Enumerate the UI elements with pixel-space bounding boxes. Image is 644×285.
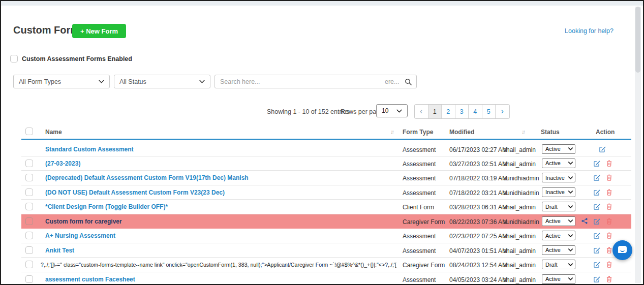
chevron-down-icon — [99, 80, 104, 83]
edit-icon[interactable] — [594, 174, 600, 181]
edit-icon[interactable] — [594, 276, 600, 282]
pagination-page-4[interactable]: 4 — [469, 105, 482, 118]
delete-icon[interactable] — [606, 261, 612, 268]
row-checkbox[interactable] — [25, 188, 33, 196]
action-cell — [580, 218, 612, 225]
delete-icon[interactable] — [606, 232, 612, 239]
pagination-prev-icon[interactable]: ‹ — [415, 105, 428, 118]
status-select[interactable]: Inactive — [542, 173, 575, 182]
pagination-page-2[interactable]: 2 — [442, 105, 455, 118]
edit-icon[interactable] — [594, 160, 600, 167]
showing-entries-text: Showing 1 - 10 of 152 entries — [267, 108, 350, 115]
delete-icon[interactable] — [606, 247, 612, 254]
row-checkbox[interactable] — [25, 261, 33, 268]
edit-icon[interactable] — [594, 189, 600, 196]
pagination-page-3[interactable]: 3 — [455, 105, 469, 118]
form-type-cell: Assessment — [403, 189, 436, 197]
status-value: Active — [545, 160, 561, 166]
modified-date-cell: 07/18/2022 03:21 AM — [449, 189, 507, 197]
modified-date-cell: 08/22/2023 07:36 AM — [449, 218, 507, 226]
scrollbar-thumb[interactable] — [635, 7, 640, 73]
status-value: Draft — [545, 262, 558, 268]
form-name-link[interactable]: Ankit Test — [45, 247, 74, 254]
rows-per-page-select[interactable]: 10 — [376, 104, 408, 117]
table-row: Standard Custom AssessmentAssessment06/1… — [21, 142, 631, 156]
status-filter-select[interactable]: All Status — [114, 75, 210, 88]
chevron-down-icon — [568, 191, 573, 194]
pagination-page-5[interactable]: 5 — [482, 105, 496, 118]
form-type-cell: Caregiver Form — [403, 262, 445, 269]
row-checkbox[interactable] — [25, 174, 33, 181]
edit-icon[interactable] — [594, 261, 600, 268]
delete-icon[interactable] — [606, 160, 612, 167]
search-icon[interactable] — [405, 78, 412, 87]
pagination-next-icon[interactable]: › — [496, 105, 509, 118]
column-header-form-type: Form Type — [403, 129, 433, 136]
form-name-link[interactable]: (27-03-2023) — [45, 160, 80, 167]
action-cell — [580, 261, 612, 268]
column-header-modified[interactable]: Modified — [449, 129, 474, 136]
sort-icon[interactable]: ↓↑ — [522, 129, 524, 135]
status-select[interactable]: Active — [542, 144, 575, 154]
form-name-link[interactable]: (DO NOT USE) Default Assessment Custom F… — [45, 189, 225, 196]
action-cell — [580, 232, 612, 239]
status-select[interactable]: Active — [542, 159, 575, 168]
action-cell — [580, 160, 612, 167]
form-name-link[interactable]: (Deprecated) Default Assessment Custom F… — [45, 174, 249, 181]
edit-icon[interactable] — [594, 247, 600, 254]
vertical-scrollbar[interactable] — [635, 7, 641, 283]
status-select[interactable]: Active — [542, 231, 575, 240]
form-type-filter-select[interactable]: All Form Types — [13, 75, 110, 88]
form-type-cell: Assessment — [403, 175, 436, 182]
pagination: ‹ 1 2 3 4 5 › — [414, 104, 510, 119]
share-icon[interactable] — [581, 218, 588, 224]
status-select[interactable]: Active — [542, 216, 575, 226]
delete-icon[interactable] — [606, 189, 612, 196]
pagination-page-1[interactable]: 1 — [428, 105, 442, 118]
edit-icon[interactable] — [594, 232, 600, 239]
delete-icon[interactable] — [606, 276, 612, 282]
row-checkbox[interactable] — [25, 275, 33, 283]
form-name-link[interactable]: Standard Custom Assessment — [45, 146, 134, 153]
table-row: Custom form for caregiverCaregiver Form0… — [21, 214, 631, 229]
status-select[interactable]: Active — [542, 274, 575, 284]
table-row: (DO NOT USE) Default Assessment Custom F… — [21, 185, 631, 200]
action-cell — [580, 247, 612, 254]
status-select[interactable]: Draft — [542, 260, 575, 269]
row-checkbox[interactable] — [25, 217, 33, 225]
chevron-down-icon — [568, 162, 573, 165]
column-header-name[interactable]: Name — [45, 129, 62, 136]
modified-by-cell: sunidhiadmin — [503, 175, 539, 182]
form-name-link[interactable]: Custom form for caregiver — [45, 218, 122, 225]
status-select[interactable]: Active — [542, 245, 575, 255]
chat-launcher-button[interactable] — [612, 240, 632, 260]
status-select[interactable]: Draft — [542, 202, 575, 211]
form-name-link[interactable]: *Client Design Form (Toggle Builder OFF)… — [45, 203, 168, 210]
delete-icon[interactable] — [606, 174, 612, 181]
edit-icon[interactable] — [599, 146, 606, 152]
sort-icon[interactable]: ↓↑ — [390, 129, 393, 135]
delete-icon[interactable] — [606, 203, 612, 210]
modified-date-cell: 03/28/2023 06:31 AM — [449, 204, 507, 211]
row-checkbox[interactable] — [25, 246, 33, 254]
help-link[interactable]: Looking for help? — [565, 27, 614, 35]
edit-icon[interactable] — [594, 218, 600, 225]
select-all-checkbox[interactable] — [25, 128, 33, 135]
edit-icon[interactable] — [594, 203, 600, 210]
status-value: Draft — [545, 204, 558, 210]
form-name-link[interactable]: assessment custom Facesheet — [45, 276, 135, 283]
search-input[interactable] — [214, 75, 417, 88]
modified-by-cell: sunidhiadmin — [503, 189, 539, 197]
column-header-action: Action — [596, 129, 615, 136]
status-select[interactable]: Inactive — [542, 187, 575, 197]
delete-icon[interactable] — [606, 218, 612, 225]
row-checkbox[interactable] — [25, 232, 33, 239]
form-name-link[interactable]: A+ Nursing Assessment — [45, 232, 115, 239]
custom-assessment-enabled-checkbox[interactable] — [10, 55, 18, 62]
action-cell — [580, 174, 612, 181]
row-checkbox[interactable] — [25, 160, 33, 167]
action-cell — [580, 146, 612, 152]
new-form-button[interactable]: + New Form — [72, 24, 126, 38]
custom-assessment-enabled-label: Custom Assessment Forms Enabled — [22, 55, 132, 62]
row-checkbox[interactable] — [25, 203, 33, 210]
